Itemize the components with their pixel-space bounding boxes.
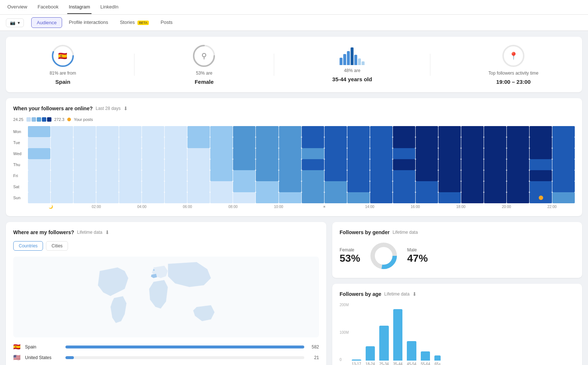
heatmap-cell (325, 181, 347, 192)
heatmap-wrapper: Mon Tue Wed Thu Fri Sat Sun (13, 126, 575, 203)
heatmap-cell (119, 148, 141, 159)
heatmap-cell (484, 148, 506, 159)
heatmap-cell (142, 192, 164, 203)
heatmap-cell (187, 192, 210, 203)
summary-card-female: ⚲ 53% are Female (192, 44, 216, 85)
age-bar-col: 35-44 (393, 309, 403, 365)
age-subtitle: Lifetime data (384, 291, 410, 297)
day-fri: Fri (13, 170, 28, 181)
heatmap-cell (279, 137, 301, 148)
heatmap-cell (393, 126, 415, 137)
heatmap-cell (96, 170, 119, 181)
heatmap-row-tue (28, 137, 575, 148)
heatmap-cell (233, 159, 255, 170)
heatmap-cell (416, 181, 438, 192)
heatmap-cell (279, 159, 301, 170)
heatmap-cell (119, 126, 141, 137)
heatmap-cell (28, 181, 50, 192)
heatmap-cell (256, 126, 278, 137)
heatmap-cell (96, 126, 119, 137)
heatmap-xlabel: 20:00 (484, 205, 529, 209)
country-list: 🇪🇸Spain582🇺🇸United States21🇬🇧United King… (13, 343, 319, 365)
heatmap-cell (28, 126, 50, 137)
heatmap-cell (51, 148, 73, 159)
spain-value: Spain (55, 79, 70, 85)
heatmap-cell (552, 126, 575, 137)
gender-title: Followers by gender (340, 229, 390, 235)
legend-range (26, 117, 51, 122)
heatmap-cell (119, 159, 141, 170)
nav-facebook[interactable]: Facebook (36, 0, 60, 14)
location-subtitle: Lifetime data (77, 230, 103, 235)
age-bar-fill (366, 346, 375, 361)
nav-linkedin[interactable]: LinkedIn (99, 0, 120, 14)
age-bar-fill (421, 351, 430, 361)
heatmap-cell (507, 137, 529, 148)
divider-3 (430, 54, 430, 76)
gender-male: Male 47% (407, 247, 428, 264)
heatmap-cell (438, 192, 461, 203)
heatmap-cell (438, 126, 461, 137)
tab-countries[interactable]: Countries (13, 241, 43, 251)
age-export-icon[interactable]: ⬇ (412, 291, 417, 297)
heatmap-cell (552, 137, 575, 148)
heatmap-cell (74, 159, 96, 170)
nav-overview[interactable]: Overview (6, 0, 29, 14)
heatmap-cell (142, 159, 164, 170)
account-selector[interactable]: 📷 ▾ (6, 18, 24, 27)
heatmap-cell (438, 170, 461, 181)
heatmap-cell (507, 159, 529, 170)
heatmap-cell (484, 170, 506, 181)
legend-block-3 (37, 117, 41, 122)
country-name: United States (25, 355, 62, 360)
heatmap-cell (165, 192, 187, 203)
heatmap-cell (507, 126, 529, 137)
heatmap-cell (507, 192, 529, 203)
heatmap-cell (165, 148, 187, 159)
country-flag: 🇺🇸 (13, 354, 21, 361)
age-bar-col: 25-34 (379, 326, 389, 365)
tab-posts[interactable]: Posts (155, 17, 178, 28)
heatmap-cell (370, 159, 392, 170)
heatmap-cell (393, 148, 415, 159)
heatmap-cell (28, 170, 50, 181)
svg-point-5 (153, 269, 155, 271)
gender-donut (369, 241, 398, 271)
heatmap-cell (233, 181, 255, 192)
location-export-icon[interactable]: ⬇ (105, 229, 110, 235)
divider-2 (274, 54, 274, 76)
heatmap-cell (325, 192, 347, 203)
heatmap-cell (142, 137, 164, 148)
heatmap-cell (530, 126, 552, 137)
heatmap-cell (256, 148, 278, 159)
tab-audience[interactable]: Audience (31, 17, 62, 28)
female-label: 53% are (196, 71, 212, 76)
summary-card-time: 📍 Top followers activity time 19:00 – 23… (488, 44, 538, 85)
download-icon[interactable]: ⬇ (123, 105, 128, 111)
online-subtitle: Last 28 days (96, 106, 121, 111)
summary-card-age: 48% are 35-44 years old (332, 47, 372, 82)
nav-instagram[interactable]: Instagram (67, 0, 92, 14)
tab-stories[interactable]: Stories BETA (115, 17, 154, 28)
heatmap-cell (74, 170, 96, 181)
heatmap-cell (279, 192, 301, 203)
heatmap-cell (142, 126, 164, 137)
heatmap-row-thu (28, 159, 575, 170)
age-bar-7 (362, 61, 365, 65)
tab-cities[interactable]: Cities (46, 241, 68, 251)
tab-profile-interactions[interactable]: Profile interactions (64, 17, 113, 28)
online-section: When your followers are online? Last 28 … (6, 98, 582, 216)
heatmap-cell (256, 159, 278, 170)
country-bar (65, 356, 74, 359)
heatmap-xlabel: 🌙 (28, 205, 74, 209)
country-count: 582 (308, 344, 319, 350)
heatmap-cell (119, 137, 141, 148)
age-yaxis: 200M 100M 0 (340, 303, 352, 362)
heatmap-cell (530, 148, 552, 159)
heatmap-row-sun (28, 192, 575, 203)
heatmap-cell (416, 148, 438, 159)
heatmap-cell (416, 170, 438, 181)
heatmap-xlabel: 16:00 (392, 205, 438, 209)
age-bar-label: 13-17 (352, 362, 361, 365)
heatmap-cell (484, 137, 506, 148)
